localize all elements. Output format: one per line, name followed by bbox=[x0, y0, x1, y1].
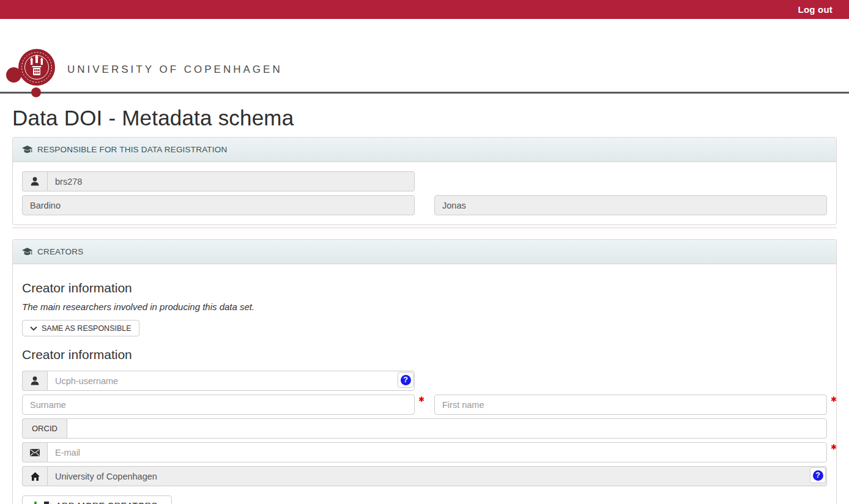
responsible-panel: RESPONSIBLE FOR THIS DATA REGISTRATION bbox=[12, 137, 837, 225]
same-as-responsible-label: SAME AS RESPONSIBLE bbox=[42, 324, 132, 333]
graduation-cap-icon bbox=[22, 248, 32, 256]
creators-section-header: CREATORS bbox=[13, 240, 836, 264]
panel-separator bbox=[12, 228, 837, 228]
person-icon bbox=[22, 371, 47, 391]
home-icon bbox=[22, 466, 47, 486]
affiliation-help-button[interactable]: ? bbox=[810, 467, 826, 483]
responsible-firstname-field bbox=[434, 195, 827, 215]
header-divider-line bbox=[0, 92, 849, 94]
creator-firstname-input[interactable] bbox=[434, 395, 827, 415]
required-asterisk: ✱ bbox=[418, 396, 424, 403]
responsible-section-header: RESPONSIBLE FOR THIS DATA REGISTRATION bbox=[13, 138, 836, 162]
graduation-cap-icon bbox=[22, 146, 32, 154]
university-name: UNIVERSITY OF COPENHAGEN bbox=[67, 64, 283, 76]
creators-panel: CREATORS Creator information The main re… bbox=[12, 239, 837, 504]
creator-surname-input[interactable] bbox=[22, 395, 415, 415]
creator-information-subtitle: The main researchers involved in produci… bbox=[22, 302, 827, 312]
decorative-circle-large bbox=[6, 67, 21, 83]
question-mark-icon: ? bbox=[813, 470, 823, 481]
orcid-label: ORCID bbox=[22, 418, 67, 439]
file-icon bbox=[44, 502, 51, 504]
responsible-username-field bbox=[47, 171, 415, 191]
add-more-creators-button[interactable]: ADD MORE CREATORS.. bbox=[22, 495, 172, 504]
plus-icon bbox=[31, 502, 40, 504]
creator-email-input[interactable] bbox=[47, 442, 827, 462]
responsible-section-body bbox=[13, 162, 836, 224]
creator-orcid-input[interactable] bbox=[67, 418, 827, 439]
top-bar: Log out bbox=[0, 0, 849, 19]
creator-information-heading: Creator information bbox=[22, 281, 827, 295]
logout-link[interactable]: Log out bbox=[798, 4, 832, 15]
decorative-circle-small bbox=[31, 87, 41, 97]
responsible-section-title: RESPONSIBLE FOR THIS DATA REGISTRATION bbox=[37, 145, 227, 154]
page-title: Data DOI - Metadata schema bbox=[12, 106, 837, 130]
same-as-responsible-button[interactable]: SAME AS RESPONSIBLE bbox=[22, 320, 139, 336]
person-icon bbox=[22, 171, 47, 191]
creators-section-body: Creator information The main researchers… bbox=[13, 264, 836, 504]
brand-header: UNIVERSITY OF COPENHAGEN bbox=[0, 19, 849, 94]
creators-section-title: CREATORS bbox=[37, 247, 83, 256]
creator-affiliation-field bbox=[47, 466, 827, 486]
add-more-creators-label: ADD MORE CREATORS.. bbox=[56, 501, 163, 504]
university-seal-logo bbox=[18, 49, 55, 86]
responsible-surname-field bbox=[22, 195, 415, 215]
creator-username-input[interactable] bbox=[47, 371, 415, 391]
envelope-icon bbox=[22, 442, 47, 462]
username-help-button[interactable]: ? bbox=[398, 372, 413, 388]
question-mark-icon: ? bbox=[401, 375, 411, 385]
chevron-down-icon bbox=[30, 326, 37, 331]
creator-block-heading: Creator information bbox=[22, 347, 827, 362]
required-asterisk: ✱ bbox=[831, 396, 837, 403]
required-asterisk: ✱ bbox=[831, 443, 837, 451]
